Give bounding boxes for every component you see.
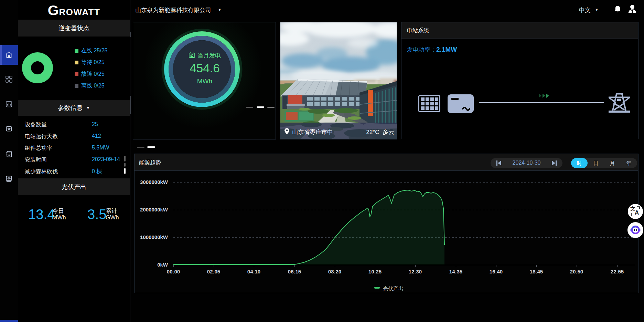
svg-text:08:20: 08:20	[328, 269, 341, 274]
svg-text:00:00: 00:00	[167, 269, 180, 274]
svg-text:18:45: 18:45	[530, 269, 543, 274]
svg-text:2000000kW: 2000000kW	[140, 207, 168, 212]
svg-text:14:35: 14:35	[449, 269, 462, 274]
svg-text:12:30: 12:30	[409, 269, 422, 274]
svg-text:04:10: 04:10	[247, 269, 260, 274]
svg-text:20:50: 20:50	[570, 269, 583, 274]
svg-text:06:15: 06:15	[288, 269, 301, 274]
svg-text:1000000kW: 1000000kW	[140, 234, 168, 240]
svg-text:10:25: 10:25	[368, 269, 382, 274]
svg-text:22:55: 22:55	[611, 269, 624, 274]
svg-text:0kW: 0kW	[157, 262, 168, 268]
svg-text:光伏产出: 光伏产出	[383, 285, 404, 291]
svg-text:3000000kW: 3000000kW	[140, 179, 168, 185]
svg-text:16:40: 16:40	[490, 269, 503, 274]
svg-text:02:05: 02:05	[207, 269, 220, 274]
